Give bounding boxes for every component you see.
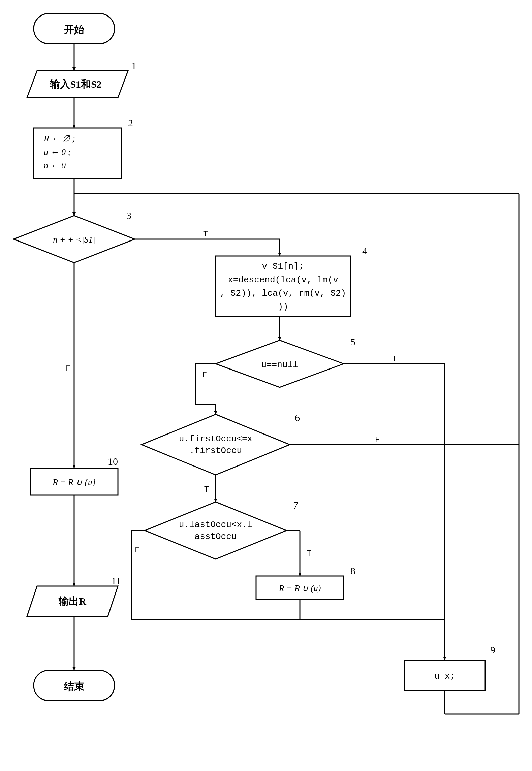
- node-input: 输入S1和S2 1: [27, 60, 136, 98]
- edge-t-1: T: [203, 230, 208, 239]
- num-1: 1: [131, 60, 136, 71]
- num-7: 7: [293, 500, 298, 511]
- edge-f-6: F: [375, 435, 380, 444]
- cond-last-line-1: asstOccu: [195, 532, 237, 542]
- num-6: 6: [295, 412, 300, 423]
- union8-label: R = R ∪ (u): [279, 583, 321, 593]
- num-9: 9: [490, 644, 495, 655]
- num-2: 2: [128, 117, 133, 128]
- input-label: 输入S1和S2: [50, 78, 101, 90]
- compute-line-2: , S2)), lca(v, rm(v, S2): [220, 288, 346, 298]
- compute-line-0: v=S1[n];: [262, 261, 304, 271]
- num-8: 8: [350, 565, 355, 576]
- node-cond-first: u.firstOccu<=x .firstOccu 6: [142, 412, 300, 475]
- start-label: 开始: [64, 24, 84, 35]
- node-cond-n: n + + <|S1| 3: [13, 210, 135, 263]
- node-union8: R = R ∪ (u) 8: [256, 565, 355, 600]
- node-cond-null: u==null 5: [216, 336, 355, 387]
- num-3: 3: [126, 210, 131, 221]
- cond-null-label: u==null: [261, 360, 298, 370]
- edge-f-3: F: [66, 364, 70, 373]
- cond-first-line-1: .firstOccu: [189, 446, 242, 456]
- num-4: 4: [362, 245, 367, 256]
- num-11: 11: [111, 575, 121, 586]
- compute-line-3: )): [278, 302, 288, 312]
- edge-t-6: T: [204, 485, 209, 494]
- svg-marker-23: [145, 502, 286, 559]
- node-assign9: u=x; 9: [404, 644, 495, 690]
- union10-label: R = R ∪ {u}: [52, 477, 96, 487]
- output-label: 输出R: [58, 596, 86, 607]
- edge-t-5: T: [392, 354, 397, 363]
- init-line-2: n ← 0: [44, 161, 66, 170]
- cond-first-line-0: u.firstOccu<=x: [179, 434, 252, 444]
- init-line-0: R ← ∅ ;: [43, 134, 75, 143]
- assign9-label: u=x;: [434, 671, 455, 681]
- compute-line-1: x=descend(lca(v, lm(v: [228, 275, 338, 285]
- node-end: 结束: [34, 670, 115, 701]
- edge-f-7: F: [135, 546, 139, 555]
- edge-t-7: T: [307, 549, 311, 558]
- num-5: 5: [350, 336, 355, 347]
- cond-n-label: n + + <|S1|: [53, 235, 95, 245]
- svg-marker-20: [142, 414, 290, 475]
- node-cond-last: u.lastOccu<x.l asstOccu 7: [145, 500, 298, 559]
- node-compute: v=S1[n]; x=descend(lca(v, lm(v , S2)), l…: [216, 245, 367, 317]
- num-10: 10: [108, 456, 118, 467]
- node-start: 开始: [34, 13, 115, 44]
- node-init: R ← ∅ ; u ← 0 ; n ← 0 2: [34, 117, 133, 179]
- end-label: 结束: [64, 681, 84, 692]
- init-line-1: u ← 0 ;: [44, 147, 71, 157]
- edge-f-5: F: [202, 371, 207, 380]
- cond-last-line-0: u.lastOccu<x.l: [179, 520, 252, 530]
